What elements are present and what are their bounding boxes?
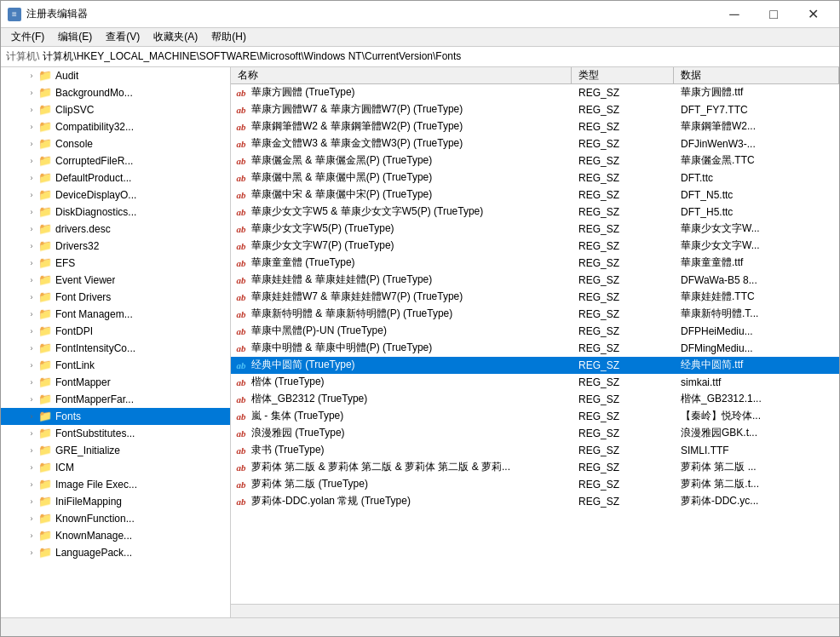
tree-item[interactable]: ›📁Fonts: [1, 408, 230, 425]
tree-item[interactable]: ›📁drivers.desc: [1, 221, 230, 238]
tree-item[interactable]: ›📁Console: [1, 135, 230, 152]
table-row[interactable]: ab華康中黑體(P)-UN (TrueType)REG_SZDFPHeiMedi…: [231, 323, 839, 340]
table-row[interactable]: ab華康少女文字W5 & 華康少女文字W5(P) (TrueType)REG_S…: [231, 204, 839, 221]
row-name: 華康少女文字W5 & 華康少女文字W5(P) (TrueType): [251, 204, 483, 219]
menu-item-查看(V)[interactable]: 查看(V): [99, 28, 147, 46]
folder-icon: 📁: [38, 188, 52, 202]
tree-item-label: DiskDiagnostics...: [55, 206, 136, 218]
row-name: 華康儷中宋 & 華康儷中宋(P) (TrueType): [251, 187, 432, 202]
tree-item[interactable]: ›📁Compatibility32...: [1, 118, 230, 135]
expand-icon: ›: [25, 444, 38, 457]
table-row[interactable]: ab浪漫雅园 (TrueType)REG_SZ浪漫雅园GBK.t...: [231, 425, 839, 442]
tree-item[interactable]: ›📁FontLink: [1, 357, 230, 374]
table-row[interactable]: ab華康少女文字W7(P) (TrueType)REG_SZ華康少女文字W...: [231, 238, 839, 255]
menu-item-收藏夹(A)[interactable]: 收藏夹(A): [147, 28, 204, 46]
row-type: REG_SZ: [572, 308, 674, 320]
tree-item[interactable]: ›📁DefaultProduct...: [1, 169, 230, 187]
tree-item[interactable]: ›📁DiskDiagnostics...: [1, 204, 230, 221]
tree-item[interactable]: ›📁FontSubstitutes...: [1, 425, 230, 442]
tree-item[interactable]: ›📁CorruptedFileR...: [1, 152, 230, 169]
row-name: 華康鋼筆體W2 & 華康鋼筆體W2(P) (TrueType): [251, 119, 463, 134]
tree-item[interactable]: ›📁GRE_Initialize: [1, 442, 230, 459]
tree-item[interactable]: ›📁FontMapper: [1, 374, 230, 391]
table-row[interactable]: ab萝莉体-DDC.yolan 常规 (TrueType)REG_SZ萝莉体-D…: [231, 493, 839, 510]
menu-item-编辑(E)[interactable]: 编辑(E): [51, 28, 99, 46]
tree-item[interactable]: ›📁EFS: [1, 255, 230, 272]
maximize-button[interactable]: □: [754, 1, 793, 28]
tree-item[interactable]: ›📁DeviceDisplayO...: [1, 187, 230, 204]
table-row[interactable]: ab萝莉体 第二版 (TrueType)REG_SZ萝莉体 第二版.t...: [231, 476, 839, 493]
table-row[interactable]: ab華康新特明體 & 華康新特明體(P) (TrueType)REG_SZ華康新…: [231, 306, 839, 323]
table-row[interactable]: ab華康童童體 (TrueType)REG_SZ華康童童體.ttf: [231, 255, 839, 272]
tree-item[interactable]: ›📁Drivers32: [1, 238, 230, 255]
tree-item[interactable]: ›📁ICM: [1, 459, 230, 476]
table-row[interactable]: ab華康娃娃體W7 & 華康娃娃體W7(P) (TrueType)REG_SZ華…: [231, 289, 839, 306]
table-header: 名称 类型 数据: [231, 67, 839, 84]
table-row[interactable]: ab華康儷中宋 & 華康儷中宋(P) (TrueType)REG_SZDFT_N…: [231, 187, 839, 204]
table-row[interactable]: ab隶书 (TrueType)REG_SZSIMLI.TTF: [231, 442, 839, 459]
expand-icon: ›: [25, 137, 38, 151]
row-ab-icon: ab: [234, 444, 248, 457]
column-header-data[interactable]: 数据: [674, 67, 839, 83]
tree-item[interactable]: ›📁LanguagePack...: [1, 544, 230, 561]
row-name-cell: ab隶书 (TrueType): [231, 443, 572, 457]
table-row[interactable]: ab经典中圆简 (TrueType)REG_SZ经典中圆简.ttf: [231, 357, 839, 374]
table-row[interactable]: ab華康方圓體 (TrueType)REG_SZ華康方圓體.ttf: [231, 84, 839, 101]
tree-item[interactable]: ›📁ClipSVC: [1, 101, 230, 118]
folder-icon: 📁: [38, 444, 52, 457]
horizontal-scrollbar[interactable]: [231, 604, 839, 617]
row-name-cell: ab经典中圆简 (TrueType): [231, 358, 572, 372]
table-row[interactable]: ab華康儷金黑 & 華康儷金黑(P) (TrueType)REG_SZ華康儷金黑…: [231, 152, 839, 169]
row-name-cell: ab華康中明體 & 華康中明體(P) (TrueType): [231, 341, 572, 355]
minimize-button[interactable]: ─: [715, 1, 754, 28]
tree-item[interactable]: ›📁Font Drivers: [1, 289, 230, 306]
column-header-name[interactable]: 名称: [231, 67, 572, 83]
table-row[interactable]: ab華康娃娃體 & 華康娃娃體(P) (TrueType)REG_SZDFWaW…: [231, 272, 839, 289]
column-header-type[interactable]: 类型: [572, 67, 674, 83]
folder-icon: 📁: [38, 256, 52, 270]
tree-item[interactable]: ›📁Image File Exec...: [1, 476, 230, 493]
row-type: REG_SZ: [572, 172, 674, 184]
close-button[interactable]: ✕: [793, 1, 832, 28]
tree-item[interactable]: ›📁Audit: [1, 67, 230, 84]
tree-item[interactable]: ›📁BackgroundMo...: [1, 84, 230, 101]
expand-icon: ›: [25, 410, 38, 423]
tree-item[interactable]: ›📁Font Managem...: [1, 306, 230, 323]
menu-item-帮助(H)[interactable]: 帮助(H): [204, 28, 253, 46]
table-row[interactable]: ab楷体 (TrueType)REG_SZsimkai.ttf: [231, 374, 839, 391]
table-row[interactable]: ab華康鋼筆體W2 & 華康鋼筆體W2(P) (TrueType)REG_SZ華…: [231, 118, 839, 135]
title-bar: ≡ 注册表编辑器 ─ □ ✕: [1, 1, 839, 28]
table-row[interactable]: ab華康少女文字W5(P) (TrueType)REG_SZ華康少女文字W...: [231, 221, 839, 238]
tree-item[interactable]: ›📁Event Viewer: [1, 272, 230, 289]
tree-item-label: DefaultProduct...: [55, 172, 131, 184]
table-row[interactable]: ab華康儷中黑 & 華康儷中黑(P) (TrueType)REG_SZDFT.t…: [231, 169, 839, 187]
registry-tree[interactable]: ›📁Audit›📁BackgroundMo...›📁ClipSVC›📁Compa…: [1, 67, 231, 617]
menu-item-文件(F)[interactable]: 文件(F): [4, 28, 51, 46]
expand-icon: ›: [25, 154, 38, 168]
tree-item[interactable]: ›📁IniFileMapping: [1, 493, 230, 510]
expand-icon: ›: [25, 495, 38, 508]
expand-icon: ›: [25, 103, 38, 117]
row-ab-icon: ab: [234, 239, 248, 253]
table-row[interactable]: ab楷体_GB2312 (TrueType)REG_SZ楷体_GB2312.1.…: [231, 391, 839, 408]
row-ab-icon: ab: [234, 376, 248, 389]
table-body[interactable]: ab華康方圓體 (TrueType)REG_SZ華康方圓體.ttfab華康方圓體…: [231, 84, 839, 604]
table-row[interactable]: ab華康中明體 & 華康中明體(P) (TrueType)REG_SZDFMin…: [231, 340, 839, 357]
row-data: DFWaWa-B5 8...: [674, 274, 839, 286]
tree-item-label: FontLink: [55, 359, 95, 371]
row-data: 華康少女文字W...: [674, 238, 839, 253]
row-data: 華康少女文字W...: [674, 221, 839, 236]
folder-icon: 📁: [38, 86, 52, 100]
tree-item[interactable]: ›📁KnownManage...: [1, 527, 230, 544]
folder-icon: 📁: [38, 307, 52, 321]
tree-item-label: FontMapper: [55, 376, 111, 388]
table-row[interactable]: ab嵐 - 集体 (TrueType)REG_SZ【秦岭】悦玲体...: [231, 408, 839, 425]
tree-item[interactable]: ›📁FontDPI: [1, 323, 230, 340]
table-row[interactable]: ab華康金文體W3 & 華康金文體W3(P) (TrueType)REG_SZD…: [231, 135, 839, 152]
row-type: REG_SZ: [572, 121, 674, 133]
tree-item[interactable]: ›📁FontMapperFar...: [1, 391, 230, 408]
table-row[interactable]: ab華康方圓體W7 & 華康方圓體W7(P) (TrueType)REG_SZD…: [231, 101, 839, 118]
tree-item[interactable]: ›📁KnownFunction...: [1, 510, 230, 527]
tree-item[interactable]: ›📁FontIntensityCo...: [1, 340, 230, 357]
table-row[interactable]: ab萝莉体 第二版 & 萝莉体 第二版 & 萝莉体 第二版 & 萝莉...REG…: [231, 459, 839, 476]
